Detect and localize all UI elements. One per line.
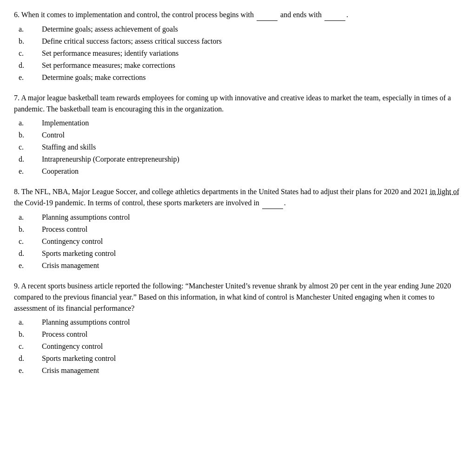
question-9-body: A recent sports business article reporte… bbox=[14, 282, 451, 312]
list-item: d. Set performance measures; make correc… bbox=[14, 60, 462, 71]
answer-letter: e. bbox=[14, 72, 42, 83]
list-item: c. Staffing and skills bbox=[14, 142, 462, 153]
question-7-number: 7. bbox=[14, 94, 20, 102]
answer-letter: e. bbox=[14, 365, 42, 376]
list-item: b. Control bbox=[14, 130, 462, 141]
list-item: e. Cooperation bbox=[14, 166, 462, 177]
list-item: d. Intrapreneurship (Corporate entrepren… bbox=[14, 154, 462, 165]
answer-text: Process control bbox=[42, 329, 462, 340]
answer-letter: b. bbox=[14, 329, 42, 340]
answer-letter: c. bbox=[14, 236, 42, 247]
answer-letter: b. bbox=[14, 224, 42, 235]
answer-letter: c. bbox=[14, 341, 42, 352]
answer-text: Determine goals; make corrections bbox=[42, 72, 462, 83]
answer-text: Contingency control bbox=[42, 236, 462, 247]
list-item: d. Sports marketing control bbox=[14, 353, 462, 364]
answer-letter: d. bbox=[14, 154, 42, 165]
answer-letter: d. bbox=[14, 353, 42, 364]
answer-text: Control bbox=[42, 130, 462, 141]
answer-text: Implementation bbox=[42, 118, 462, 129]
list-item: c. Contingency control bbox=[14, 236, 462, 247]
answer-text: Intrapreneurship (Corporate entrepreneur… bbox=[42, 154, 462, 165]
list-item: c. Set performance measures; identify va… bbox=[14, 48, 462, 59]
answer-text: Contingency control bbox=[42, 341, 462, 352]
answer-letter: a. bbox=[14, 212, 42, 223]
answer-text: Set performance measures; make correctio… bbox=[42, 60, 462, 71]
answer-text: Set performance measures; identify varia… bbox=[42, 48, 462, 59]
answer-text: Crisis management bbox=[42, 365, 462, 376]
question-7-answers: a. Implementation b. Control c. Staffing… bbox=[14, 118, 462, 177]
answer-letter: b. bbox=[14, 130, 42, 141]
answer-letter: c. bbox=[14, 142, 42, 153]
answer-text: Determine goals; assess achievement of g… bbox=[42, 24, 462, 35]
answer-letter: b. bbox=[14, 36, 42, 47]
list-item: b. Define critical success factors; asse… bbox=[14, 36, 462, 47]
answer-letter: c. bbox=[14, 48, 42, 59]
list-item: a. Determine goals; assess achievement o… bbox=[14, 24, 462, 35]
list-item: a. Implementation bbox=[14, 118, 462, 129]
answer-letter: a. bbox=[14, 24, 42, 35]
question-6-answers: a. Determine goals; assess achievement o… bbox=[14, 24, 462, 83]
list-item: d. Sports marketing control bbox=[14, 248, 462, 259]
answer-text: Sports marketing control bbox=[42, 353, 462, 364]
answer-letter: d. bbox=[14, 248, 42, 259]
answer-letter: e. bbox=[14, 260, 42, 271]
answer-letter: e. bbox=[14, 166, 42, 177]
question-7-body: A major league basketball team rewards e… bbox=[14, 94, 451, 113]
question-7-text: 7. A major league basketball team reward… bbox=[14, 92, 462, 115]
blank-3 bbox=[262, 197, 283, 209]
list-item: b. Process control bbox=[14, 329, 462, 340]
answer-text: Planning assumptions control bbox=[42, 212, 462, 223]
list-item: e. Determine goals; make corrections bbox=[14, 72, 462, 83]
question-9-text: 9. A recent sports business article repo… bbox=[14, 281, 462, 314]
answer-letter: a. bbox=[14, 317, 42, 328]
blank-1 bbox=[257, 9, 278, 21]
question-8: 8. The NFL, NBA, Major League Soccer, an… bbox=[14, 186, 462, 271]
answer-text: Staffing and skills bbox=[42, 142, 462, 153]
answer-text: Crisis management bbox=[42, 260, 462, 271]
list-item: c. Contingency control bbox=[14, 341, 462, 352]
blank-2 bbox=[324, 9, 345, 21]
question-8-text: 8. The NFL, NBA, Major League Soccer, an… bbox=[14, 186, 462, 209]
question-6-text: 6. When it comes to implementation and c… bbox=[14, 9, 462, 21]
list-item: e. Crisis management bbox=[14, 260, 462, 271]
answer-text: Define critical success factors; assess … bbox=[42, 36, 462, 47]
underlined-phrase: in light of bbox=[430, 188, 459, 196]
question-9: 9. A recent sports business article repo… bbox=[14, 281, 462, 376]
question-6-number: 6. bbox=[14, 11, 20, 19]
answer-letter: d. bbox=[14, 60, 42, 71]
list-item: a. Planning assumptions control bbox=[14, 212, 462, 223]
list-item: a. Planning assumptions control bbox=[14, 317, 462, 328]
list-item: e. Crisis management bbox=[14, 365, 462, 376]
question-7: 7. A major league basketball team reward… bbox=[14, 92, 462, 177]
answer-text: Process control bbox=[42, 224, 462, 235]
list-item: b. Process control bbox=[14, 224, 462, 235]
questions-container: 6. When it comes to implementation and c… bbox=[14, 9, 462, 376]
question-6: 6. When it comes to implementation and c… bbox=[14, 9, 462, 83]
answer-letter: a. bbox=[14, 118, 42, 129]
question-8-number: 8. bbox=[14, 188, 20, 196]
question-8-answers: a. Planning assumptions control b. Proce… bbox=[14, 212, 462, 271]
question-9-number: 9. bbox=[14, 282, 20, 290]
answer-text: Planning assumptions control bbox=[42, 317, 462, 328]
answer-text: Cooperation bbox=[42, 166, 462, 177]
question-9-answers: a. Planning assumptions control b. Proce… bbox=[14, 317, 462, 376]
answer-text: Sports marketing control bbox=[42, 248, 462, 259]
